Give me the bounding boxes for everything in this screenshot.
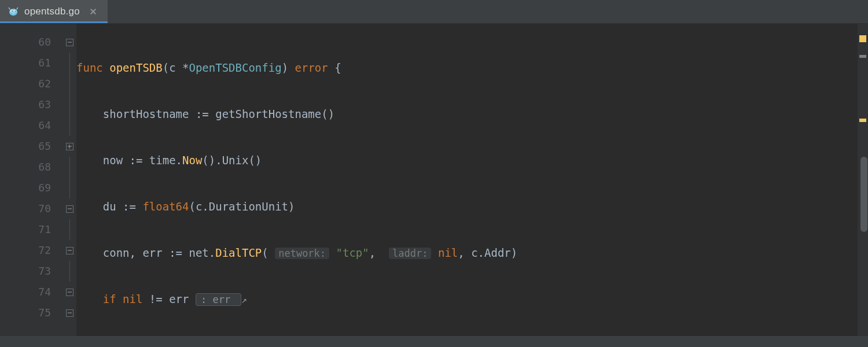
editor: 60 61 62 63 64 65 68 69 70 71 72 73 74 7… xyxy=(0,24,868,336)
code-line[interactable]: now := time.Now().Unix() xyxy=(76,150,868,171)
code-line[interactable]: if nil != err : err ↗ xyxy=(76,289,868,309)
fold-toggle[interactable] xyxy=(66,143,73,150)
param-hint: laddr: xyxy=(389,248,431,259)
svg-point-5 xyxy=(13,13,14,14)
fold-column xyxy=(62,24,76,336)
param-hint: network: xyxy=(275,248,329,259)
code-area[interactable]: func openTSDB(c *OpenTSDBConfig) error {… xyxy=(76,24,868,336)
fold-toggle[interactable] xyxy=(66,309,73,317)
code-line[interactable]: shortHostname := getShortHostname() xyxy=(76,104,868,124)
code-line[interactable]: func openTSDB(c *OpenTSDBConfig) error { xyxy=(76,57,868,78)
line-number[interactable]: 65 xyxy=(0,136,62,157)
line-number[interactable]: 71 xyxy=(0,219,62,240)
info-marker[interactable] xyxy=(859,55,866,58)
scrollbar-thumb[interactable] xyxy=(860,157,867,232)
fold-arrow-icon: ↗ xyxy=(241,294,247,305)
line-number[interactable]: 63 xyxy=(0,94,62,115)
fold-toggle[interactable] xyxy=(66,289,73,296)
marker-strip[interactable] xyxy=(858,24,868,336)
folded-region[interactable]: : err xyxy=(196,293,241,306)
tab-filename: opentsdb.go xyxy=(24,6,80,17)
line-number[interactable]: 60 xyxy=(0,32,62,53)
line-number[interactable]: 74 xyxy=(0,282,62,302)
line-number[interactable]: 68 xyxy=(0,157,62,178)
warning-marker[interactable] xyxy=(859,119,866,122)
tab-bar: opentsdb.go xyxy=(0,0,868,24)
fold-toggle[interactable] xyxy=(66,247,73,254)
line-number[interactable]: 62 xyxy=(0,73,62,94)
fold-guide xyxy=(69,53,70,73)
fold-guide xyxy=(69,73,70,94)
tab-opentsdb[interactable]: opentsdb.go xyxy=(0,0,108,23)
fold-toggle[interactable] xyxy=(66,39,73,46)
fold-toggle[interactable] xyxy=(66,205,73,213)
line-number[interactable]: 75 xyxy=(0,302,62,323)
line-number[interactable]: 72 xyxy=(0,240,62,261)
svg-point-0 xyxy=(9,9,17,16)
code-line[interactable]: defer conn.Close() xyxy=(76,335,868,336)
fold-guide xyxy=(69,261,70,282)
line-number[interactable]: 73 xyxy=(0,261,62,282)
fold-guide xyxy=(69,94,70,115)
gutter: 60 61 62 63 64 65 68 69 70 71 72 73 74 7… xyxy=(0,24,62,336)
line-number[interactable]: 64 xyxy=(0,115,62,136)
fold-guide xyxy=(69,219,70,240)
svg-point-3 xyxy=(12,10,13,12)
line-number[interactable]: 61 xyxy=(0,53,62,73)
line-number[interactable]: 69 xyxy=(0,178,62,198)
warning-marker[interactable] xyxy=(859,35,866,42)
fold-guide xyxy=(69,115,70,136)
code-line[interactable]: du := float64(c.DurationUnit) xyxy=(76,196,868,217)
code-line[interactable]: conn, err := net.DialTCP( network: "tcp"… xyxy=(76,242,868,263)
fold-guide xyxy=(69,178,70,198)
line-number[interactable]: 70 xyxy=(0,198,62,219)
svg-point-4 xyxy=(14,10,16,12)
close-icon[interactable] xyxy=(89,8,97,16)
go-file-icon xyxy=(8,5,19,18)
bottom-strip xyxy=(0,336,868,347)
fold-guide xyxy=(69,157,70,178)
